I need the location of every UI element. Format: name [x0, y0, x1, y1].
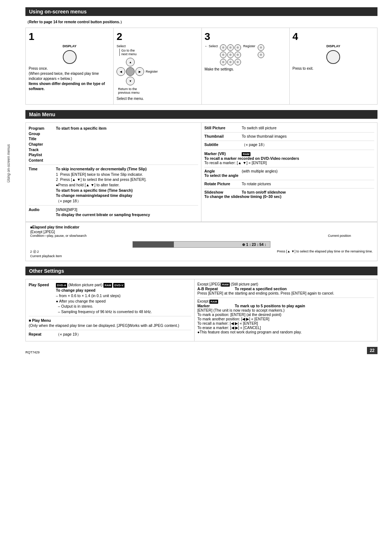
step2-left-btn[interactable]: ◀ — [117, 67, 125, 76]
menu-name-still: Still Picture — [204, 126, 241, 130]
menu-name-program: ProgramGroupTitleChapterTrackPlaylistCon… — [29, 126, 56, 163]
os-desc-repeat: （« page 19） — [56, 332, 81, 337]
step4-desc: Press to exit. — [293, 66, 374, 71]
elapsed-bar-container: ⊕ 1：23：54： — [30, 241, 373, 248]
os-entry-marker: Except RAM Marker To mark up to 5 positi… — [197, 299, 374, 334]
menu-entry-slideshow: Slideshow To turn on/off slideshowTo cha… — [204, 190, 374, 199]
os-left-col: Play Speed DVD-A (Motion picture part) R… — [26, 279, 195, 341]
elapsed-subtitle: (Except [JPEG] — [30, 230, 373, 234]
step3-select-label: ← Select — [205, 44, 218, 48]
os-entry-abrepeat: Except [JPEG]RAM (Still picture part) A-… — [197, 282, 374, 295]
ram-badge-speed: RAM — [103, 283, 112, 288]
step3-btn2[interactable]: ⊙ — [227, 44, 234, 51]
elapsed-pos-label: Current position — [328, 234, 351, 238]
menu-name-subtitle: Subtitle — [204, 142, 241, 147]
menu-name-angle: Angle — [204, 169, 241, 173]
step3-extra-btn2[interactable]: ⊙ — [258, 52, 264, 58]
step2-right-btn[interactable]: ▶ — [135, 67, 144, 76]
model-number: RQT7429 — [25, 351, 40, 354]
step2-register-label: Register — [146, 70, 158, 73]
ref-line: （Refer to page 14 for remote control but… — [25, 20, 377, 25]
menu-entry-still-picture: Still Picture To switch still picture — [204, 126, 374, 130]
step2-diagram: Select Go to thenext menu ▲ ◀ ▶ ▼ — [117, 44, 198, 94]
step3-btn1[interactable]: ⊙ — [220, 44, 226, 51]
menu-desc-audio: [WMA][MP3] To display the current bitrat… — [56, 207, 150, 218]
step3-btn8[interactable]: ⊙ — [227, 59, 234, 65]
menu-entry-thumbnail: Thumbnail To show thumbnail images — [204, 134, 374, 138]
elapsed-annotations: Condition—play, pause, or slow/search Cu… — [30, 234, 373, 238]
step3-extra-btn1[interactable]: ⊙ — [258, 44, 264, 51]
step1-display-button[interactable] — [63, 50, 77, 64]
step2-desc: Select the menu. — [117, 96, 198, 101]
os-entry-playmenu: ■ Play Menu (Only when the elapsed play … — [29, 318, 191, 328]
os-name-abrepeat: A-B Repeat — [197, 287, 234, 291]
step3-extra-btns: ⊙ ⊙ — [258, 44, 264, 58]
dvda-badge: DVD-A — [56, 283, 67, 288]
menu-entry-program: ProgramGroupTitleChapterTrackPlaylistCon… — [29, 126, 198, 163]
menu-name-time: Time — [29, 166, 56, 204]
elapsed-cond-label: Condition—play, pause, or slow/search — [30, 234, 86, 238]
step1-display-label: DISPLAY — [29, 44, 110, 48]
menu-desc-time: To skip incrementally or decrementally (… — [56, 166, 147, 204]
menu-entry-subtitle: Subtitle （« page 18） — [204, 142, 374, 147]
ram-badge-marker2: RAM — [209, 300, 218, 304]
step3-btn7[interactable]: ⊙ — [220, 59, 226, 65]
menu-name-thumbnail: Thumbnail — [204, 134, 241, 138]
os-desc-playmenu: ■ Play Menu (Only when the elapsed play … — [29, 318, 179, 328]
menu-right-col: Still Picture To switch still picture Th… — [201, 123, 377, 222]
step3-btn3[interactable]: ⊙ — [234, 44, 241, 51]
step-number-4: 4 — [293, 31, 374, 42]
step-number-2: 2 — [117, 31, 198, 42]
elapsed-labels: 2 ⓓ 2 Current playback item Press [▲ ▼] … — [30, 250, 373, 258]
menu-entry-rotate: Rotate Picture To rotate pictures — [204, 182, 374, 186]
step-1: 1 DISPLAY Press once. (When pressed twic… — [26, 28, 114, 104]
step-number-3: 3 — [205, 31, 286, 42]
step2-buttons: ▲ ◀ ▶ ▼ Register — [117, 58, 158, 85]
os-desc-playspeed: DVD-A (Motion picture part) RAM DVD-V To… — [56, 282, 152, 315]
step2-enter-btn[interactable] — [126, 67, 135, 76]
step-4: 4 DISPLAY Press to exit. — [290, 28, 377, 104]
step2-up-btn[interactable]: ▲ — [126, 58, 135, 66]
footer: RQT7429 22 — [25, 347, 377, 354]
step3-btn9[interactable]: ⊙ — [234, 59, 241, 65]
os-name-marker: Marker — [197, 304, 234, 308]
menu-entry-angle: Angle (with multiple angles)To select th… — [204, 169, 374, 178]
os-name-playspeed: Play Speed — [29, 282, 56, 315]
step4-display-button[interactable] — [326, 50, 340, 64]
other-settings-header: Other Settings — [25, 267, 377, 275]
step2-return-label: Return to theprevious menu — [118, 87, 139, 94]
step3-grid-buttons: ⊙ ⊙ ⊙ ⊙ ⊙ ⊙ ⊙ ⊙ ⊙ — [220, 44, 241, 65]
main-menu-header: Main Menu — [25, 110, 377, 119]
menu-desc-thumbnail: To show thumbnail images — [242, 134, 287, 138]
step3-desc: Make the settings. — [205, 67, 286, 72]
menu-entry-audio: Audio [WMA][MP3] To display the current … — [29, 207, 198, 218]
menu-name-marker-vr: Marker (VR) — [204, 151, 241, 156]
os-marker-except: Except RAM — [197, 299, 374, 304]
step3-btn4[interactable]: ⊙ — [220, 52, 226, 58]
step3-btn5[interactable]: ⊙ — [227, 52, 234, 58]
side-label: Using on-screen menus — [7, 144, 11, 183]
ram-badge-ab: RAM — [221, 283, 230, 287]
elapsed-bar-bg: ⊕ 1：23：54： — [132, 241, 270, 248]
os-right-col: Except [JPEG]RAM (Still picture part) A-… — [195, 279, 377, 341]
os-desc-marker: To mark up to 5 positions to play again … — [197, 304, 305, 334]
menu-desc-program: To start from a specific item — [56, 126, 106, 163]
os-name-repeat: Repeat — [29, 332, 56, 337]
step3-btn6[interactable]: ⊙ — [234, 52, 241, 58]
step-3: 3 ← Select ⊙ ⊙ ⊙ ⊙ ⊙ ⊙ ⊙ — [202, 28, 290, 104]
step4-display-label: DISPLAY — [293, 44, 374, 48]
step2-next-label: Go to thenext menu — [119, 49, 136, 56]
menu-name-rotate: Rotate Picture — [204, 182, 241, 186]
page-number: 22 — [367, 347, 377, 354]
step-number-1: 1 — [29, 31, 110, 42]
elapsed-playback-label: 2 ⓓ 2 Current playback item — [30, 250, 62, 258]
step3-diagram: ← Select ⊙ ⊙ ⊙ ⊙ ⊙ ⊙ ⊙ ⊙ ⊙ — [205, 44, 286, 65]
elapsed-box: ■Elapsed play time indicator (Except [JP… — [25, 222, 377, 261]
os-entry-playspeed: Play Speed DVD-A (Motion picture part) R… — [29, 282, 191, 315]
main-menu-section: ProgramGroupTitleChapterTrackPlaylistCon… — [25, 122, 377, 222]
step2-down-btn[interactable]: ▼ — [126, 77, 135, 85]
page-title: Using on-screen menus — [25, 7, 377, 16]
elapsed-bar-fill — [133, 242, 174, 247]
motion-picture-label: (Motion picture part) — [68, 283, 103, 287]
menu-name-slideshow: Slideshow — [204, 190, 241, 194]
